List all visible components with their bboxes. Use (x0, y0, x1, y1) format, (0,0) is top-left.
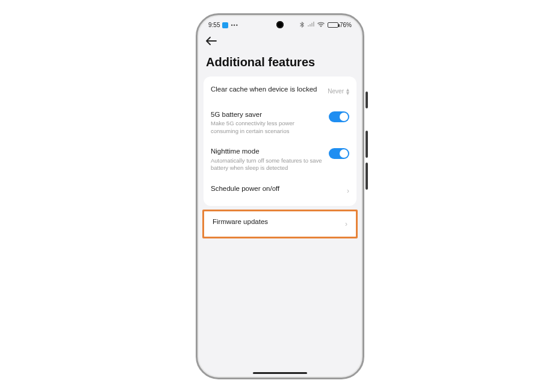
phone-mockup: 9:55 ••• 76% (196, 13, 364, 379)
toggle-nighttime-mode[interactable] (329, 148, 349, 159)
row-title: Schedule power on/off (211, 184, 341, 193)
row-title: 5G battery saver (211, 110, 323, 119)
row-title: Firmware updates (213, 217, 339, 226)
row-title: Nighttime mode (211, 147, 323, 156)
phone-volume-up (366, 131, 368, 158)
phone-volume-down (366, 163, 368, 190)
front-camera (276, 21, 284, 28)
status-time: 9:55 (208, 22, 220, 28)
phone-frame: 9:55 ••• 76% (196, 13, 364, 379)
screen: Additional features Clear cache when dev… (198, 32, 362, 378)
nav-bar (204, 32, 356, 51)
back-arrow-icon[interactable] (206, 36, 217, 48)
battery-percent: 76% (340, 22, 352, 28)
bluetooth-icon (300, 22, 305, 29)
phone-side-button (366, 92, 368, 108)
page-title: Additional features (204, 51, 356, 76)
settings-card: Clear cache when device is locked Never … (204, 76, 356, 206)
row-value-picker[interactable]: Never ▴▾ (328, 85, 349, 98)
stepper-icon: ▴▾ (346, 88, 349, 95)
row-schedule-power[interactable]: Schedule power on/off › (204, 178, 356, 204)
row-nighttime-mode[interactable]: Nighttime mode Automatically turn off so… (204, 141, 356, 178)
row-5g-battery-saver[interactable]: 5G battery saver Make 5G connectivity le… (204, 104, 356, 142)
signal-icon (308, 22, 314, 28)
row-clear-cache[interactable]: Clear cache when device is locked Never … (204, 79, 356, 104)
battery-indicator: 76% (328, 22, 352, 28)
battery-icon (328, 22, 338, 28)
status-left: 9:55 ••• (208, 22, 238, 28)
chevron-right-icon: › (347, 187, 349, 195)
toggle-5g-battery-saver[interactable] (329, 111, 349, 122)
status-more-icon: ••• (231, 22, 238, 28)
row-title: Clear cache when device is locked (211, 85, 322, 94)
status-right: 76% (300, 22, 352, 29)
highlight-firmware-updates: Firmware updates › (202, 210, 358, 238)
row-subtitle: Automatically turn off some features to … (211, 157, 323, 172)
status-app-icon (222, 22, 228, 28)
clear-cache-value: Never (328, 88, 344, 95)
wifi-icon (317, 22, 325, 28)
row-subtitle: Make 5G connectivity less power consumin… (211, 120, 323, 135)
chevron-right-icon: › (345, 220, 347, 228)
home-indicator[interactable] (253, 372, 307, 374)
row-firmware-updates[interactable]: Firmware updates › (204, 211, 356, 237)
